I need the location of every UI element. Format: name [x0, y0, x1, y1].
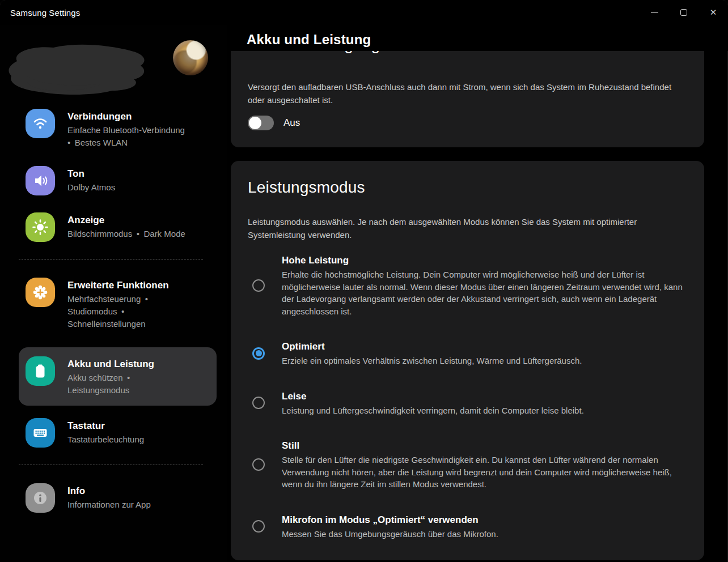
sidebar-item-ton[interactable]: Ton Dolby Atmos [26, 166, 227, 195]
sidebar-item-sublabel: Bildschirmmodus • Dark Mode [67, 228, 185, 240]
option-description: Leistung und Lüftergeschwindigkeit verri… [282, 405, 584, 417]
titlebar: Samsung Settings ✕ [0, 0, 728, 25]
sidebar-item-tastatur[interactable]: Tastatur Tastaturbeleuchtung [26, 418, 227, 448]
sidebar-item-label: Verbindungen [67, 110, 185, 124]
option-still[interactable]: Still Stelle für den Lüfter die niedrigs… [248, 439, 687, 491]
sidebar-divider [19, 259, 203, 259]
battery-icon [26, 356, 55, 386]
option-description: Stelle für den Lüfter die niedrigste Ges… [282, 454, 687, 491]
app-title: Samsung Settings [10, 8, 80, 18]
sidebar-item-sublabel: Akku schützen • Leistungsmodus [67, 372, 154, 397]
radio-button[interactable] [252, 397, 265, 409]
minimize-button[interactable] [640, 0, 669, 25]
minimize-icon [651, 12, 658, 13]
option-label: Leise [282, 390, 584, 403]
brightness-icon [26, 212, 55, 242]
performance-mode-description: Leistungsmodus auswählen. Je nach dem au… [248, 215, 687, 241]
radio-button[interactable] [252, 458, 265, 471]
sidebar-divider [19, 465, 203, 465]
main-content: Akku und Leistung USB-Ladevorgang Versor… [227, 25, 728, 562]
sidebar-item-sublabel: Dolby Atmos [67, 181, 115, 194]
option-label: Mikrofon im Modus „Optimiert“ verwenden [282, 513, 498, 527]
sidebar-item-label: Ton [67, 167, 115, 181]
usb-charging-description: Versorgt den aufladbaren USB-Anschluss a… [248, 80, 687, 107]
redacted-username-scribble [5, 42, 150, 96]
sidebar-item-anzeige[interactable]: Anzeige Bildschirmmodus • Dark Mode [26, 212, 227, 242]
sidebar-item-label: Info [67, 484, 151, 498]
keyboard-icon [26, 418, 55, 448]
toggle-state-label: Aus [283, 117, 300, 129]
option-optimiert[interactable]: Optimiert Erziele ein optimales Verhältn… [248, 340, 687, 367]
sidebar-item-label: Tastatur [67, 419, 144, 433]
window-controls: ✕ [640, 0, 728, 25]
sidebar-item-sublabel: Einfache Bluetooth-Verbindung • Bestes W… [67, 124, 185, 149]
option-label: Still [282, 439, 687, 453]
option-label: Optimiert [282, 340, 582, 354]
sidebar-item-label: Erweiterte Funktionen [67, 279, 169, 292]
profile-avatar[interactable] [173, 40, 208, 75]
profile-section [0, 25, 227, 104]
speaker-icon [26, 166, 55, 195]
wifi-icon [26, 109, 55, 138]
sidebar-item-sublabel: Informationen zur App [67, 499, 151, 511]
radio-button[interactable] [252, 347, 265, 360]
page-header: Akku und Leistung [227, 25, 728, 51]
sidebar-item-verbindungen[interactable]: Verbindungen Einfache Bluetooth-Verbindu… [26, 109, 227, 149]
option-description: Erziele ein optimales Verhältnis zwische… [282, 355, 582, 367]
samsung-settings-window: Samsung Settings ✕ [0, 0, 728, 562]
sidebar-item-info[interactable]: Info Informationen zur App [26, 483, 227, 513]
option-description: Erhalte die höchstmögliche Leistung. Dei… [282, 269, 687, 317]
info-icon [26, 483, 55, 513]
sidebar-item-erweiterte-funktionen[interactable]: Erweiterte Funktionen Mehrfachsteuerung … [26, 278, 227, 330]
sidebar: Verbindungen Einfache Bluetooth-Verbindu… [0, 25, 227, 562]
sidebar-item-label: Akku und Leistung [67, 357, 154, 371]
usb-charging-toggle[interactable] [248, 116, 274, 130]
toggle-knob [249, 117, 261, 129]
option-mikrofon-optimiert[interactable]: Mikrofon im Modus „Optimiert“ verwenden … [248, 513, 687, 540]
sidebar-item-sublabel: Mehrfachsteuerung • Studiomodus • Schnel… [67, 293, 169, 330]
page-title: Akku und Leistung [247, 32, 728, 48]
sidebar-item-akku-und-leistung[interactable]: Akku und Leistung Akku schützen • Leistu… [19, 347, 217, 406]
performance-mode-title: Leistungsmodus [248, 177, 687, 198]
performance-options: Hohe Leistung Erhalte die höchstmögliche… [248, 254, 687, 540]
radio-button[interactable] [252, 520, 265, 533]
option-hohe-leistung[interactable]: Hohe Leistung Erhalte die höchstmögliche… [248, 254, 687, 317]
radio-button[interactable] [252, 279, 265, 292]
sidebar-item-sublabel: Tastaturbeleuchtung [67, 433, 144, 446]
performance-mode-card: Leistungsmodus Leistungsmodus auswählen.… [231, 161, 704, 560]
maximize-button[interactable] [669, 0, 699, 25]
sidebar-item-label: Anzeige [67, 214, 185, 227]
close-icon: ✕ [710, 7, 717, 18]
option-label: Hohe Leistung [282, 254, 687, 267]
option-leise[interactable]: Leise Leistung und Lüftergeschwindigkeit… [248, 390, 687, 417]
settings-cards: USB-Ladevorgang Versorgt den aufladbaren… [231, 25, 704, 562]
maximize-icon [680, 9, 687, 16]
option-description: Messen Sie das Umgebungsgeräusch über da… [282, 528, 498, 540]
advanced-gear-icon [26, 278, 55, 307]
sidebar-nav: Verbindungen Einfache Bluetooth-Verbindu… [0, 104, 227, 513]
close-button[interactable]: ✕ [699, 0, 728, 25]
